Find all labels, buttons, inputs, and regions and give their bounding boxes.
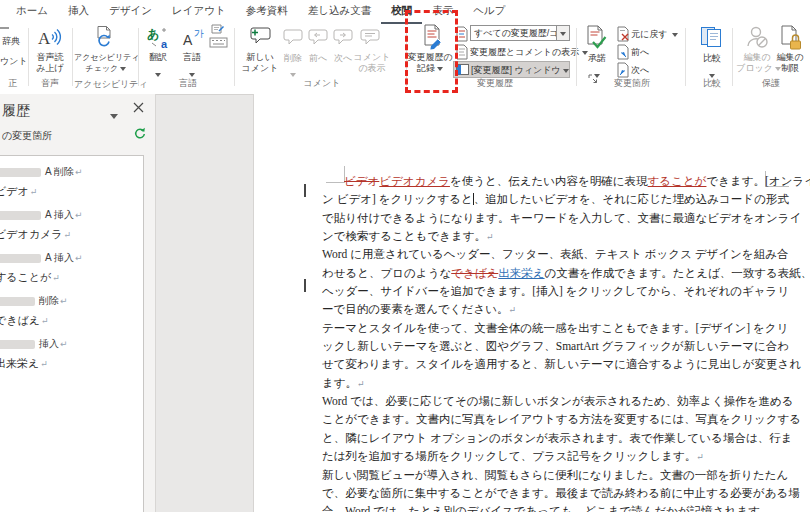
text-segment: ーで目的の要素を選んでください。 [322,303,508,315]
text-segment: できばえ [451,267,498,279]
word-count-button[interactable]: ウント [0,56,28,67]
new-comment-button[interactable]: 新しい [240,52,280,63]
document-line[interactable]: たは列を追加する場所をクリックして、プラス記号をクリックします。↵ [322,447,777,465]
accessibility-check-button-line2[interactable]: チェック [74,63,138,74]
document-line[interactable]: ンで検索することもできます。↵ [322,227,777,245]
chevron-down-icon [672,33,678,37]
document-line[interactable]: で、必要な箇所に集中することができます。最後まで読み終わる前に中止する必要がある… [322,484,777,502]
revision-item[interactable]: A 挿入↵ビデオカメラ↵ [0,208,133,242]
reviewing-pane-button[interactable]: [変更履歴] ウィンドウ [471,64,569,77]
new-comment-button-line2[interactable]: コメント [240,63,280,74]
document-line[interactable]: ことができます。文書内に写真をレイアウトする方法を変更するには、写真をクリックす… [322,410,777,428]
show-markup-button[interactable]: 変更履歴とコメントの表示 [470,46,588,59]
document-line[interactable]: せて変わります。スタイルを適用すると、新しいテーマに適合するように見出しが変更さ… [322,355,777,373]
display-for-review-dropdown[interactable] [557,25,570,41]
compare-icon[interactable] [699,25,725,50]
read-aloud-button[interactable]: 音声読 [30,52,70,63]
reject-button[interactable]: 元に戻す [631,28,678,41]
text-segment: することが [648,175,707,187]
return-mark: ↵ [75,167,83,177]
revision-content: ビデオカメラ↵ [0,227,133,242]
document-line[interactable]: ックし新しいテーマを選ぶと、図やグラフ、SmartArt グラフィックが新しいテ… [322,337,777,355]
accessibility-check-button[interactable]: アクセシビリティ [74,52,138,63]
pane-close-icon[interactable] [132,101,145,114]
revision-item[interactable]: 削除↵できばえ↵ [0,294,133,328]
reject-change-icon[interactable] [616,26,631,42]
document-text: ビデオビデオカメラを使うと、伝えたい内容を明確に表現することができます。[オンラ… [322,172,777,512]
tab-references[interactable]: 参考資料 [236,0,298,24]
revision-content: することが↵ [0,270,133,285]
pane-menu-chevron-icon[interactable] [110,107,118,125]
paragraph-mark: ↵ [508,305,516,315]
document-line[interactable]: ヘッダー、サイドバーを追加できます。[挿入] をクリックしてから、それぞれのギャ… [322,282,777,300]
document-line[interactable]: 合、Word では、たとえ別のデバイスであっても、どこまで読んだかが記憶されます… [322,502,777,512]
document-line[interactable]: ーで目的の要素を選んでください。↵ [322,300,777,318]
revision-item[interactable]: A 挿入↵することが↵ [0,251,133,285]
read-aloud-button-line2[interactable]: み上げ [30,63,70,74]
new-comment-icon[interactable] [249,26,273,48]
text-segment: Word に用意されているヘッダー、フッター、表紙、テキスト ボックス デザイン… [322,248,788,260]
tab-help[interactable]: ヘルプ [463,0,515,24]
show-comments-button: コメント [350,52,394,63]
document-line[interactable]: ビデオビデオカメラを使うと、伝えたい内容を明確に表現することができます。[オンラ… [322,172,777,190]
revision-item-header: 削除↵ [0,294,133,308]
read-aloud-icon[interactable]: A [37,25,63,51]
document-line[interactable]: ン ビデオ] をクリックすると、追加したいビデオを、それに応じた埋め込みコードの… [322,190,777,208]
revision-content-text: することが [0,271,51,283]
previous-change-button[interactable]: 前へ [631,46,649,59]
restrict-editing-icon[interactable] [779,25,804,51]
next-change-icon[interactable] [616,62,631,78]
show-comments-button-line2: の表示 [350,63,394,74]
translate-icon[interactable]: あa [147,26,171,50]
compare-button[interactable]: 比較 [698,53,726,64]
return-mark: ↵ [52,273,60,283]
accept-change-icon[interactable] [584,25,610,51]
ime-dictionary-icon[interactable] [209,24,229,51]
thesaurus-button[interactable]: 辞典 [2,36,20,47]
document-line[interactable]: Word では、必要に応じてその場に新しいボタンが表示されるため、効率よく操作を… [322,392,777,410]
svg-text:あ: あ [147,27,159,41]
restrict-editing-button[interactable]: 編集の [771,52,809,63]
group-divider [576,28,577,86]
document-line[interactable]: で貼り付けできるようになります。キーワードを入力して、文書に最適なビデオをオンラ… [322,209,777,227]
delete-comment-icon [283,28,305,48]
tab-layout[interactable]: レイアウト [162,0,236,24]
document-line[interactable]: と、隣にレイアウト オプションのボタンが表示されます。表で作業している場合は、行… [322,429,777,447]
revision-item[interactable]: A 削除↵ビデオ↵ [0,165,133,199]
display-for-review-select[interactable]: すべての変更履歴/コメ… [470,25,557,41]
revision-content: ビデオ↵ [0,184,133,199]
return-mark: ↵ [75,253,83,263]
return-mark: ↵ [41,316,49,326]
revisions-list: A 削除↵ビデオ↵A 挿入↵ビデオカメラ↵A 挿入↵することが↵削除↵できばえ↵… [0,155,144,512]
group-divider [72,28,73,86]
revision-action: A 挿入 [45,252,74,263]
text-segment: 新しい閲覧ビューが導入され、閲覧もさらに便利になりました。文書の一部を折りたたん [322,469,788,481]
tab-home[interactable]: ホーム [6,0,58,24]
document-line[interactable]: テーマとスタイルを使って、文書全体の統一感を出すこともできます。[デザイン] を… [322,319,777,337]
revision-content-text: できばえ [0,314,40,326]
tab-design[interactable]: デザイン [99,0,162,24]
revision-content-text: 出来栄え [0,357,39,369]
tab-insert[interactable]: 挿入 [58,0,99,24]
document-line[interactable]: 新しい閲覧ビューが導入され、閲覧もさらに便利になりました。文書の一部を折りたたん [322,466,777,484]
svg-text:가: 가 [194,28,204,39]
return-mark: ↵ [60,296,68,306]
text-segment: テーマとスタイルを使って、文書全体の統一感を出すこともできます。[デザイン] を… [322,322,788,334]
next-change-button[interactable]: 次へ [631,64,649,77]
tab-mailings[interactable]: 差し込み文書 [298,0,382,24]
document-line[interactable]: Word に用意されているヘッダー、フッター、表紙、テキスト ボックス デザイン… [322,245,777,263]
language-button[interactable]: 言語 [174,52,210,63]
refresh-icon[interactable] [133,127,146,140]
document-line[interactable]: わせると、プロのようなできばえ出来栄えの文書を作成できます。たとえば、一致する表… [322,264,777,282]
revision-item[interactable]: 挿入↵出来栄え↵ [0,337,133,371]
document-line[interactable]: ます。↵ [322,374,777,392]
translate-button[interactable]: 翻訳 [140,52,176,63]
accessibility-check-icon[interactable] [93,25,115,49]
previous-comment-icon [308,28,330,48]
accept-button[interactable]: 承諾 [584,53,610,64]
svg-text:A: A [183,32,193,48]
restrict-editing-button-line2[interactable]: 制限 [771,63,809,74]
previous-change-icon[interactable] [616,44,631,60]
text-segment: たは列を追加する場所をクリックして、プラス記号をクリックします。 [322,450,696,462]
language-icon[interactable]: A가 [182,26,206,50]
